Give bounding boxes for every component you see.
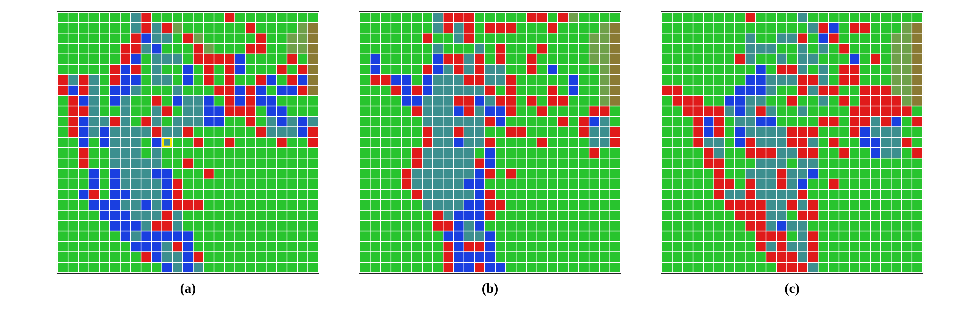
cell <box>860 23 870 33</box>
cell <box>194 159 203 168</box>
cell <box>121 13 130 22</box>
cell <box>569 54 578 64</box>
cell <box>798 159 807 168</box>
cell <box>121 211 130 220</box>
cell <box>131 33 141 43</box>
cell <box>735 252 745 262</box>
cell <box>308 252 318 262</box>
cell <box>371 263 380 272</box>
cell <box>527 200 536 210</box>
cell <box>423 23 432 33</box>
cell <box>267 86 276 95</box>
cell <box>527 232 536 241</box>
cell <box>756 127 765 137</box>
cell <box>579 148 589 158</box>
cell <box>798 127 807 137</box>
cell <box>68 54 78 64</box>
cell <box>725 75 734 85</box>
cell <box>391 200 401 210</box>
cell <box>683 252 693 262</box>
cell <box>204 221 213 230</box>
cell <box>860 75 870 85</box>
cell <box>121 23 130 33</box>
cell <box>819 200 828 210</box>
cell <box>746 242 755 251</box>
cell <box>819 127 828 137</box>
cell <box>850 159 859 168</box>
cell <box>871 23 880 33</box>
cell <box>725 242 734 251</box>
cell <box>829 159 838 168</box>
cell <box>465 252 474 262</box>
cell <box>517 221 526 230</box>
cell <box>360 232 370 241</box>
cell <box>662 33 672 43</box>
cell <box>787 138 797 147</box>
cell <box>527 44 536 54</box>
cell <box>673 232 682 241</box>
cell <box>194 169 203 178</box>
cell <box>308 242 318 251</box>
cell <box>839 44 849 54</box>
cell <box>68 221 78 230</box>
cell <box>819 211 828 220</box>
cell <box>444 13 453 22</box>
cell <box>506 127 515 137</box>
cell <box>402 86 411 95</box>
cell <box>683 159 693 168</box>
cell <box>204 179 213 189</box>
cell <box>673 23 682 33</box>
cell <box>548 44 557 54</box>
cell <box>902 86 912 95</box>
cell <box>860 33 870 43</box>
cell <box>673 96 682 106</box>
cell <box>496 200 505 210</box>
cell <box>704 75 713 85</box>
cell <box>121 169 130 178</box>
cell <box>444 159 453 168</box>
cell <box>121 159 130 168</box>
cell <box>506 263 515 272</box>
cell <box>381 169 391 178</box>
cell <box>162 242 172 251</box>
cell <box>891 54 901 64</box>
cell <box>767 232 776 241</box>
cell <box>360 106 370 116</box>
cell <box>517 106 526 116</box>
cell <box>246 127 255 137</box>
cell <box>496 190 505 199</box>
cell <box>298 159 307 168</box>
cell <box>475 86 484 95</box>
cell <box>121 86 130 95</box>
cell <box>673 169 682 178</box>
cell <box>808 44 818 54</box>
cell <box>527 75 536 85</box>
cell <box>746 54 755 64</box>
cell <box>225 179 234 189</box>
cell <box>579 13 589 22</box>
cell <box>694 44 703 54</box>
cell <box>423 159 432 168</box>
cell <box>246 23 255 33</box>
cell <box>194 211 203 220</box>
cell <box>777 148 786 158</box>
cell <box>68 200 78 210</box>
cell <box>558 13 568 22</box>
cell <box>152 117 161 126</box>
cell <box>662 86 672 95</box>
cell <box>683 179 693 189</box>
cell <box>100 159 109 168</box>
cell <box>235 190 245 199</box>
cell <box>860 179 870 189</box>
cell <box>89 44 99 54</box>
cell <box>610 148 620 158</box>
cell <box>819 252 828 262</box>
cell <box>121 242 130 251</box>
cell <box>610 117 620 126</box>
cell <box>277 127 286 137</box>
cell <box>110 263 120 272</box>
cell <box>194 127 203 137</box>
cell <box>454 159 463 168</box>
cell <box>79 138 89 147</box>
cell <box>506 44 515 54</box>
